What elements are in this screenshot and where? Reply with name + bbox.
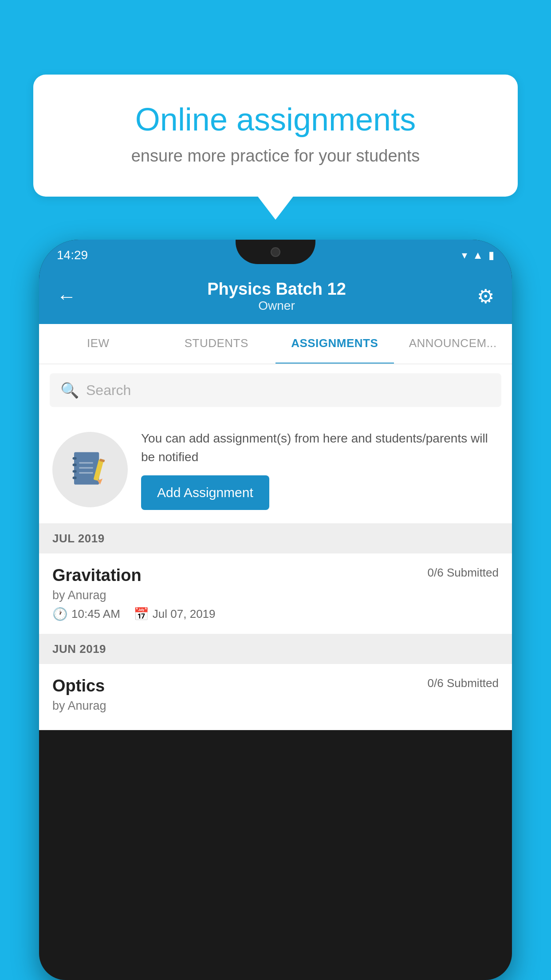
assignment-top-gravitation: Gravitation 0/6 Submitted bbox=[52, 566, 499, 585]
svg-rect-6 bbox=[79, 467, 93, 468]
svg-rect-7 bbox=[79, 472, 93, 474]
search-bar[interactable]: 🔍 Search bbox=[50, 373, 501, 407]
speech-bubble-subtitle: ensure more practice for your students bbox=[64, 146, 487, 166]
wifi-icon: ▾ bbox=[462, 249, 467, 261]
svg-rect-3 bbox=[73, 470, 77, 473]
tab-assignments[interactable]: ASSIGNMENTS bbox=[276, 324, 394, 364]
tabs-bar: IEW STUDENTS ASSIGNMENTS ANNOUNCEM... bbox=[39, 324, 512, 364]
search-icon: 🔍 bbox=[60, 381, 79, 399]
status-time: 14:29 bbox=[57, 248, 88, 262]
assignment-meta-gravitation: 🕐 10:45 AM 📅 Jul 07, 2019 bbox=[52, 607, 499, 621]
speech-bubble-title: Online assignments bbox=[64, 101, 487, 138]
signal-icon: ▲ bbox=[472, 249, 483, 261]
section-header-jul: JUL 2019 bbox=[39, 524, 512, 553]
search-bar-wrapper: 🔍 Search bbox=[39, 364, 512, 416]
phone-content: 🔍 Search bbox=[39, 364, 512, 730]
add-assignment-button[interactable]: Add Assignment bbox=[141, 475, 269, 510]
back-button[interactable]: ← bbox=[57, 285, 76, 308]
assignment-top-optics: Optics 0/6 Submitted bbox=[52, 676, 499, 695]
time-value-gravitation: 10:45 AM bbox=[71, 607, 120, 621]
meta-time-gravitation: 🕐 10:45 AM bbox=[52, 607, 120, 621]
search-placeholder: Search bbox=[86, 382, 131, 399]
tab-announcements[interactable]: ANNOUNCEM... bbox=[394, 324, 512, 364]
header-title: Physics Batch 12 bbox=[207, 280, 346, 299]
info-right: You can add assignment(s) from here and … bbox=[141, 429, 499, 510]
app-header: ← Physics Batch 12 Owner ⚙ bbox=[39, 271, 512, 324]
battery-icon: ▮ bbox=[488, 249, 494, 261]
meta-date-gravitation: 📅 Jul 07, 2019 bbox=[134, 607, 216, 621]
assignment-by-gravitation: by Anurag bbox=[52, 589, 499, 602]
clock-icon-gravitation: 🕐 bbox=[52, 607, 68, 621]
svg-rect-4 bbox=[73, 477, 77, 479]
tab-students[interactable]: STUDENTS bbox=[157, 324, 276, 364]
section-month-jul: JUL 2019 bbox=[52, 532, 105, 545]
tab-iew[interactable]: IEW bbox=[39, 324, 157, 364]
svg-rect-5 bbox=[79, 462, 93, 463]
speech-bubble-card: Online assignments ensure more practice … bbox=[33, 75, 518, 197]
notebook-icon-wrap bbox=[52, 432, 128, 507]
assignment-by-optics: by Anurag bbox=[52, 699, 499, 713]
header-subtitle: Owner bbox=[207, 299, 346, 313]
phone-notch bbox=[236, 240, 315, 264]
assignment-name-optics: Optics bbox=[52, 676, 105, 695]
calendar-icon-gravitation: 📅 bbox=[134, 607, 149, 621]
header-center: Physics Batch 12 Owner bbox=[207, 280, 346, 313]
svg-rect-1 bbox=[73, 457, 77, 460]
section-month-jun: JUN 2019 bbox=[52, 642, 106, 656]
submitted-badge-optics: 0/6 Submitted bbox=[428, 676, 499, 690]
assignment-item-optics[interactable]: Optics 0/6 Submitted by Anurag bbox=[39, 664, 512, 730]
info-text: You can add assignment(s) from here and … bbox=[141, 429, 499, 466]
status-bar: 14:29 ▾ ▲ ▮ bbox=[39, 240, 512, 271]
date-value-gravitation: Jul 07, 2019 bbox=[153, 607, 216, 621]
section-header-jun: JUN 2019 bbox=[39, 634, 512, 664]
svg-rect-2 bbox=[73, 464, 77, 466]
phone-frame: 14:29 ▾ ▲ ▮ ← Physics Batch 12 Owner ⚙ I… bbox=[39, 240, 512, 980]
camera-dot bbox=[271, 247, 280, 257]
settings-button[interactable]: ⚙ bbox=[477, 285, 494, 308]
assignment-item-gravitation[interactable]: Gravitation 0/6 Submitted by Anurag 🕐 10… bbox=[39, 553, 512, 634]
assignment-name-gravitation: Gravitation bbox=[52, 566, 142, 585]
status-icons: ▾ ▲ ▮ bbox=[462, 249, 494, 261]
info-card: You can add assignment(s) from here and … bbox=[39, 416, 512, 524]
notebook-icon bbox=[70, 450, 110, 490]
submitted-badge-gravitation: 0/6 Submitted bbox=[428, 566, 499, 580]
